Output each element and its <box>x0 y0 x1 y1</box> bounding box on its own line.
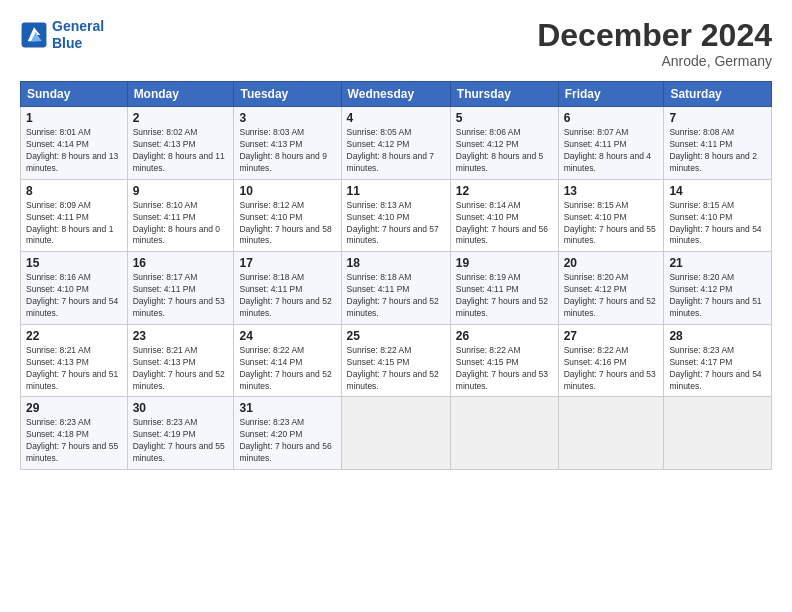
day-number: 21 <box>669 256 766 270</box>
col-header-friday: Friday <box>558 82 664 107</box>
day-info: Sunrise: 8:18 AMSunset: 4:11 PMDaylight:… <box>239 272 335 320</box>
calendar-cell-1-2: 10Sunrise: 8:12 AMSunset: 4:10 PMDayligh… <box>234 179 341 252</box>
day-info: Sunrise: 8:22 AMSunset: 4:15 PMDaylight:… <box>347 345 445 393</box>
col-header-tuesday: Tuesday <box>234 82 341 107</box>
day-info: Sunrise: 8:13 AMSunset: 4:10 PMDaylight:… <box>347 200 445 248</box>
logo: General Blue <box>20 18 104 52</box>
calendar-cell-1-1: 9Sunrise: 8:10 AMSunset: 4:11 PMDaylight… <box>127 179 234 252</box>
day-info: Sunrise: 8:12 AMSunset: 4:10 PMDaylight:… <box>239 200 335 248</box>
page: General Blue December 2024 Anrode, Germa… <box>0 0 792 612</box>
day-number: 22 <box>26 329 122 343</box>
day-info: Sunrise: 8:01 AMSunset: 4:14 PMDaylight:… <box>26 127 122 175</box>
day-info: Sunrise: 8:22 AMSunset: 4:15 PMDaylight:… <box>456 345 553 393</box>
day-number: 13 <box>564 184 659 198</box>
calendar-cell-2-1: 16Sunrise: 8:17 AMSunset: 4:11 PMDayligh… <box>127 252 234 325</box>
calendar-cell-2-0: 15Sunrise: 8:16 AMSunset: 4:10 PMDayligh… <box>21 252 128 325</box>
calendar-cell-1-4: 12Sunrise: 8:14 AMSunset: 4:10 PMDayligh… <box>450 179 558 252</box>
day-number: 28 <box>669 329 766 343</box>
calendar-cell-2-4: 19Sunrise: 8:19 AMSunset: 4:11 PMDayligh… <box>450 252 558 325</box>
day-number: 20 <box>564 256 659 270</box>
day-info: Sunrise: 8:15 AMSunset: 4:10 PMDaylight:… <box>564 200 659 248</box>
calendar-cell-3-4: 26Sunrise: 8:22 AMSunset: 4:15 PMDayligh… <box>450 324 558 397</box>
day-number: 30 <box>133 401 229 415</box>
calendar-week-3: 22Sunrise: 8:21 AMSunset: 4:13 PMDayligh… <box>21 324 772 397</box>
day-info: Sunrise: 8:22 AMSunset: 4:16 PMDaylight:… <box>564 345 659 393</box>
day-number: 18 <box>347 256 445 270</box>
calendar-week-2: 15Sunrise: 8:16 AMSunset: 4:10 PMDayligh… <box>21 252 772 325</box>
day-number: 6 <box>564 111 659 125</box>
col-header-monday: Monday <box>127 82 234 107</box>
day-info: Sunrise: 8:02 AMSunset: 4:13 PMDaylight:… <box>133 127 229 175</box>
day-info: Sunrise: 8:03 AMSunset: 4:13 PMDaylight:… <box>239 127 335 175</box>
day-number: 9 <box>133 184 229 198</box>
calendar-cell-4-0: 29Sunrise: 8:23 AMSunset: 4:18 PMDayligh… <box>21 397 128 470</box>
calendar-cell-3-0: 22Sunrise: 8:21 AMSunset: 4:13 PMDayligh… <box>21 324 128 397</box>
calendar-cell-1-3: 11Sunrise: 8:13 AMSunset: 4:10 PMDayligh… <box>341 179 450 252</box>
day-number: 26 <box>456 329 553 343</box>
day-info: Sunrise: 8:23 AMSunset: 4:17 PMDaylight:… <box>669 345 766 393</box>
calendar-cell-0-0: 1Sunrise: 8:01 AMSunset: 4:14 PMDaylight… <box>21 107 128 180</box>
day-info: Sunrise: 8:23 AMSunset: 4:20 PMDaylight:… <box>239 417 335 465</box>
day-info: Sunrise: 8:06 AMSunset: 4:12 PMDaylight:… <box>456 127 553 175</box>
calendar-cell-4-5 <box>558 397 664 470</box>
calendar-cell-0-1: 2Sunrise: 8:02 AMSunset: 4:13 PMDaylight… <box>127 107 234 180</box>
day-info: Sunrise: 8:14 AMSunset: 4:10 PMDaylight:… <box>456 200 553 248</box>
day-number: 1 <box>26 111 122 125</box>
calendar-week-1: 8Sunrise: 8:09 AMSunset: 4:11 PMDaylight… <box>21 179 772 252</box>
day-number: 24 <box>239 329 335 343</box>
calendar-cell-4-6 <box>664 397 772 470</box>
calendar-cell-0-4: 5Sunrise: 8:06 AMSunset: 4:12 PMDaylight… <box>450 107 558 180</box>
calendar-cell-3-2: 24Sunrise: 8:22 AMSunset: 4:14 PMDayligh… <box>234 324 341 397</box>
day-number: 3 <box>239 111 335 125</box>
day-number: 29 <box>26 401 122 415</box>
subtitle: Anrode, Germany <box>537 53 772 69</box>
day-info: Sunrise: 8:19 AMSunset: 4:11 PMDaylight:… <box>456 272 553 320</box>
calendar-cell-0-5: 6Sunrise: 8:07 AMSunset: 4:11 PMDaylight… <box>558 107 664 180</box>
day-info: Sunrise: 8:21 AMSunset: 4:13 PMDaylight:… <box>133 345 229 393</box>
logo-general: General <box>52 18 104 34</box>
calendar-week-0: 1Sunrise: 8:01 AMSunset: 4:14 PMDaylight… <box>21 107 772 180</box>
calendar-cell-2-6: 21Sunrise: 8:20 AMSunset: 4:12 PMDayligh… <box>664 252 772 325</box>
day-number: 25 <box>347 329 445 343</box>
calendar-cell-4-3 <box>341 397 450 470</box>
day-number: 31 <box>239 401 335 415</box>
logo-icon <box>20 21 48 49</box>
day-number: 4 <box>347 111 445 125</box>
day-info: Sunrise: 8:09 AMSunset: 4:11 PMDaylight:… <box>26 200 122 248</box>
day-number: 23 <box>133 329 229 343</box>
day-number: 2 <box>133 111 229 125</box>
day-info: Sunrise: 8:07 AMSunset: 4:11 PMDaylight:… <box>564 127 659 175</box>
calendar-cell-3-6: 28Sunrise: 8:23 AMSunset: 4:17 PMDayligh… <box>664 324 772 397</box>
calendar-cell-2-5: 20Sunrise: 8:20 AMSunset: 4:12 PMDayligh… <box>558 252 664 325</box>
calendar-cell-4-4 <box>450 397 558 470</box>
col-header-thursday: Thursday <box>450 82 558 107</box>
day-number: 7 <box>669 111 766 125</box>
day-number: 17 <box>239 256 335 270</box>
calendar-cell-1-6: 14Sunrise: 8:15 AMSunset: 4:10 PMDayligh… <box>664 179 772 252</box>
day-info: Sunrise: 8:05 AMSunset: 4:12 PMDaylight:… <box>347 127 445 175</box>
day-number: 10 <box>239 184 335 198</box>
day-number: 14 <box>669 184 766 198</box>
day-number: 19 <box>456 256 553 270</box>
logo-text: General Blue <box>52 18 104 52</box>
day-info: Sunrise: 8:08 AMSunset: 4:11 PMDaylight:… <box>669 127 766 175</box>
calendar-cell-4-2: 31Sunrise: 8:23 AMSunset: 4:20 PMDayligh… <box>234 397 341 470</box>
col-header-saturday: Saturday <box>664 82 772 107</box>
calendar-cell-3-5: 27Sunrise: 8:22 AMSunset: 4:16 PMDayligh… <box>558 324 664 397</box>
day-number: 16 <box>133 256 229 270</box>
day-number: 27 <box>564 329 659 343</box>
day-number: 12 <box>456 184 553 198</box>
calendar-header-row: SundayMondayTuesdayWednesdayThursdayFrid… <box>21 82 772 107</box>
calendar-week-4: 29Sunrise: 8:23 AMSunset: 4:18 PMDayligh… <box>21 397 772 470</box>
calendar-cell-0-6: 7Sunrise: 8:08 AMSunset: 4:11 PMDaylight… <box>664 107 772 180</box>
day-number: 15 <box>26 256 122 270</box>
title-block: December 2024 Anrode, Germany <box>537 18 772 69</box>
day-number: 8 <box>26 184 122 198</box>
day-info: Sunrise: 8:17 AMSunset: 4:11 PMDaylight:… <box>133 272 229 320</box>
day-info: Sunrise: 8:23 AMSunset: 4:19 PMDaylight:… <box>133 417 229 465</box>
day-info: Sunrise: 8:16 AMSunset: 4:10 PMDaylight:… <box>26 272 122 320</box>
calendar-cell-2-3: 18Sunrise: 8:18 AMSunset: 4:11 PMDayligh… <box>341 252 450 325</box>
calendar-cell-0-3: 4Sunrise: 8:05 AMSunset: 4:12 PMDaylight… <box>341 107 450 180</box>
day-info: Sunrise: 8:20 AMSunset: 4:12 PMDaylight:… <box>564 272 659 320</box>
calendar-cell-3-1: 23Sunrise: 8:21 AMSunset: 4:13 PMDayligh… <box>127 324 234 397</box>
